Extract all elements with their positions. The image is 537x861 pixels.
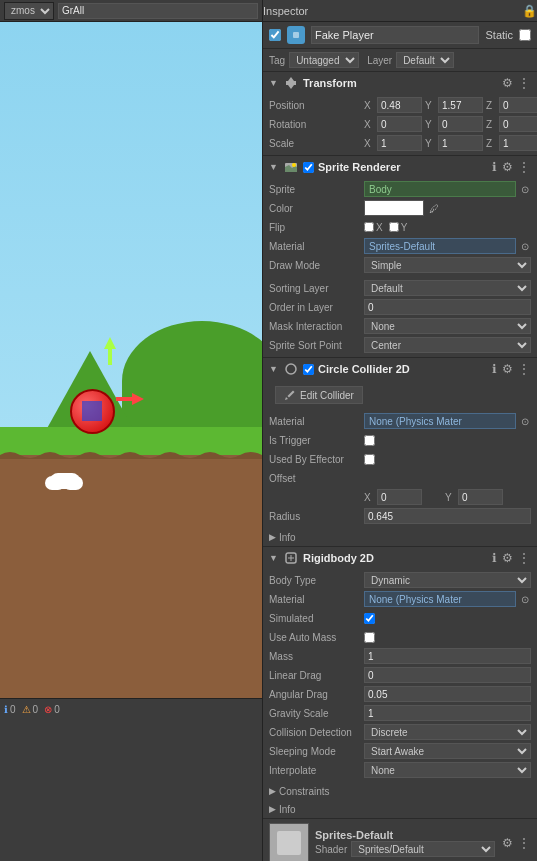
gameobject-header: Static bbox=[263, 22, 537, 49]
scale-x-input[interactable] bbox=[377, 135, 422, 151]
rb-info-row[interactable]: ▶ Info bbox=[263, 800, 537, 818]
circle-collider-more-btn[interactable]: ⋮ bbox=[517, 362, 531, 376]
rb-material-ref[interactable]: None (Physics Mater bbox=[364, 591, 516, 607]
error-icon: ⊗ bbox=[44, 704, 52, 715]
collider-info-row[interactable]: ▶ Info bbox=[263, 528, 537, 546]
transform-header[interactable]: ▼ Transform ⚙ ⋮ bbox=[263, 72, 537, 94]
mask-interaction-select[interactable]: None bbox=[364, 318, 531, 334]
rigidbody2d-info-btn[interactable]: ℹ bbox=[491, 551, 498, 565]
color-swatch[interactable] bbox=[364, 200, 424, 216]
gravity-scale-input[interactable] bbox=[364, 705, 531, 721]
pos-z-input[interactable] bbox=[499, 97, 537, 113]
simulated-value bbox=[364, 613, 531, 624]
rot-z-label: Z bbox=[486, 119, 496, 130]
scene-select[interactable]: zmos bbox=[4, 2, 54, 20]
effector-checkbox[interactable] bbox=[364, 454, 375, 465]
gameobject-active-checkbox[interactable] bbox=[269, 29, 281, 41]
offset-y-input[interactable] bbox=[458, 489, 503, 505]
tag-select[interactable]: Untagged bbox=[289, 52, 359, 68]
linear-drag-input[interactable] bbox=[364, 667, 531, 683]
static-checkbox[interactable] bbox=[519, 29, 531, 41]
sorting-layer-select[interactable]: Default bbox=[364, 280, 531, 296]
shader-select[interactable]: Sprites/Default bbox=[351, 841, 495, 857]
search-input[interactable] bbox=[58, 3, 258, 19]
sprite-ref-btn[interactable]: ⊙ bbox=[519, 184, 531, 195]
radius-input[interactable] bbox=[364, 508, 531, 524]
interpolate-select[interactable]: None bbox=[364, 762, 531, 778]
flip-y-checkbox[interactable] bbox=[389, 222, 399, 232]
sprite-renderer-buttons: ℹ ⚙ ⋮ bbox=[491, 160, 531, 174]
body-type-select[interactable]: Dynamic bbox=[364, 572, 531, 588]
rb-material-value: None (Physics Mater ⊙ bbox=[364, 591, 531, 607]
rigidbody2d-more-btn[interactable]: ⋮ bbox=[517, 551, 531, 565]
order-layer-input[interactable] bbox=[364, 299, 531, 315]
scale-x-label: X bbox=[364, 138, 374, 149]
sprite-renderer-active-checkbox[interactable] bbox=[303, 162, 314, 173]
pos-z-label: Z bbox=[486, 100, 496, 111]
circle-collider-properties: Material None (Physics Mater ⊙ Is Trigge… bbox=[263, 410, 537, 528]
sprite-renderer-settings-btn[interactable]: ⚙ bbox=[501, 160, 514, 174]
rigidbody2d-buttons: ℹ ⚙ ⋮ bbox=[491, 551, 531, 565]
mass-input[interactable] bbox=[364, 648, 531, 664]
body-type-label: Body Type bbox=[269, 575, 364, 586]
rot-y-input[interactable] bbox=[438, 116, 483, 132]
gameobject-name-input[interactable] bbox=[311, 26, 479, 44]
circle-collider-active-checkbox[interactable] bbox=[303, 364, 314, 375]
rigidbody2d-settings-btn[interactable]: ⚙ bbox=[501, 551, 514, 565]
collider-material-btn[interactable]: ⊙ bbox=[519, 416, 531, 427]
simulated-checkbox[interactable] bbox=[364, 613, 375, 624]
is-trigger-checkbox[interactable] bbox=[364, 435, 375, 446]
edit-collider-button[interactable]: Edit Collider bbox=[275, 386, 363, 404]
transform-settings-btn[interactable]: ⚙ bbox=[501, 76, 514, 90]
pos-x-input[interactable] bbox=[377, 97, 422, 113]
pos-y-input[interactable] bbox=[438, 97, 483, 113]
rot-x-input[interactable] bbox=[377, 116, 422, 132]
offset-x-input[interactable] bbox=[377, 489, 422, 505]
transform-icon bbox=[283, 75, 299, 91]
scale-y-input[interactable] bbox=[438, 135, 483, 151]
scale-z-input[interactable] bbox=[499, 135, 537, 151]
sprite-renderer-header[interactable]: ▼ Sprite Renderer ℹ ⚙ ⋮ bbox=[263, 156, 537, 178]
color-picker-btn[interactable]: 🖊 bbox=[427, 203, 441, 214]
collider-material-value: None (Physics Mater ⊙ bbox=[364, 413, 531, 429]
sort-point-select[interactable]: Center bbox=[364, 337, 531, 353]
static-label: Static bbox=[485, 29, 513, 41]
sort-point-label: Sprite Sort Point bbox=[269, 340, 364, 351]
rigidbody2d-header[interactable]: ▼ Rigidbody 2D ℹ ⚙ ⋮ bbox=[263, 547, 537, 569]
angular-drag-input[interactable] bbox=[364, 686, 531, 702]
info-icon: ℹ bbox=[4, 704, 8, 715]
arrow-up-icon bbox=[104, 337, 116, 367]
sleeping-mode-select[interactable]: Start Awake bbox=[364, 743, 531, 759]
scale-label: Scale bbox=[269, 138, 364, 149]
rot-z-input[interactable] bbox=[499, 116, 537, 132]
draw-mode-select[interactable]: Simple bbox=[364, 257, 531, 273]
collision-detection-select[interactable]: Discrete bbox=[364, 724, 531, 740]
sprite-renderer-component: ▼ Sprite Renderer ℹ ⚙ ⋮ Sprite Body ⊙ bbox=[263, 156, 537, 358]
collider-material-ref[interactable]: None (Physics Mater bbox=[364, 413, 516, 429]
layer-select[interactable]: Default bbox=[396, 52, 454, 68]
circle-collider-info-btn[interactable]: ℹ bbox=[491, 362, 498, 376]
sprite-ref[interactable]: Body bbox=[364, 181, 516, 197]
sprites-default-more-btn[interactable]: ⋮ bbox=[517, 836, 531, 850]
constraints-row[interactable]: ▶ Constraints bbox=[263, 782, 537, 800]
rigidbody2d-title: Rigidbody 2D bbox=[303, 552, 487, 564]
sprite-renderer-info-btn[interactable]: ℹ bbox=[491, 160, 498, 174]
offset-row: Offset bbox=[269, 469, 531, 487]
lock-icons: 🔒 bbox=[522, 4, 537, 18]
svg-marker-0 bbox=[104, 337, 116, 365]
auto-mass-checkbox[interactable] bbox=[364, 632, 375, 643]
transform-more-btn[interactable]: ⋮ bbox=[517, 76, 531, 90]
sprite-renderer-more-btn[interactable]: ⋮ bbox=[517, 160, 531, 174]
warning-status: ⚠ 0 bbox=[22, 704, 39, 715]
rb-material-btn[interactable]: ⊙ bbox=[519, 594, 531, 605]
scene-view[interactable] bbox=[0, 22, 262, 698]
transform-component: ▼ Transform ⚙ ⋮ Position X Y Z bbox=[263, 72, 537, 156]
sprite-material-btn[interactable]: ⊙ bbox=[519, 241, 531, 252]
sprite-material-ref[interactable]: Sprites-Default bbox=[364, 238, 516, 254]
draw-mode-row: Draw Mode Simple bbox=[269, 256, 531, 274]
flip-x-checkbox[interactable] bbox=[364, 222, 374, 232]
circle-collider-settings-btn[interactable]: ⚙ bbox=[501, 362, 514, 376]
sprites-default-settings-btn[interactable]: ⚙ bbox=[501, 836, 514, 850]
circle-collider-header[interactable]: ▼ Circle Collider 2D ℹ ⚙ ⋮ bbox=[263, 358, 537, 380]
rb-material-label: Material bbox=[269, 594, 364, 605]
